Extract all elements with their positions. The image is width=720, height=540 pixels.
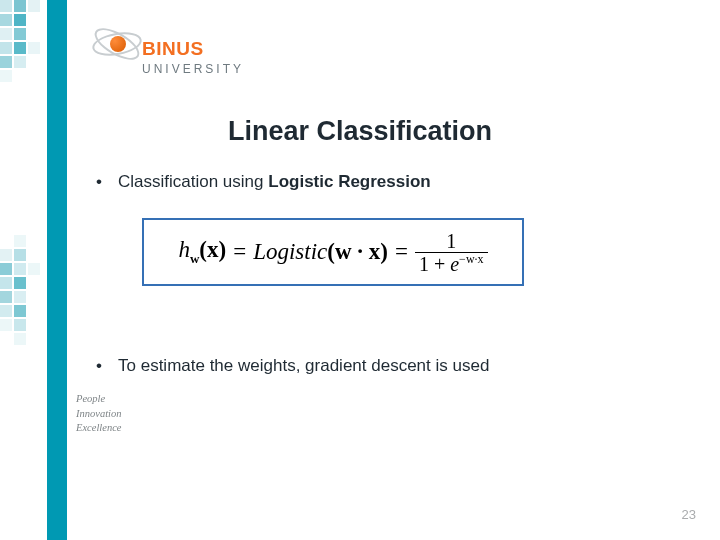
- decoration-top: [0, 0, 70, 100]
- deco-square: [0, 263, 12, 275]
- formula-h-sub: w: [190, 251, 199, 266]
- formula-eq2: =: [395, 239, 408, 265]
- deco-square: [0, 291, 12, 303]
- brand-name: BINUS: [142, 38, 204, 60]
- deco-square: [14, 28, 26, 40]
- bullet-item: Classification using Logistic Regression: [88, 172, 658, 192]
- bullet-item: To estimate the weights, gradient descen…: [88, 356, 658, 376]
- formula-box: hw(x) = Logistic(w · x) = 1 1 + e−w·x: [142, 218, 524, 286]
- bullet-text: Classification using: [118, 172, 268, 191]
- deco-square: [0, 70, 12, 82]
- deco-square: [14, 42, 26, 54]
- formula-h: h: [178, 237, 190, 262]
- deco-square: [14, 235, 26, 247]
- formula-fraction: 1 1 + e−w·x: [415, 230, 488, 275]
- deco-square: [14, 249, 26, 261]
- deco-square: [0, 14, 12, 26]
- brand-subtitle: UNIVERSITY: [142, 62, 244, 76]
- page-title: Linear Classification: [228, 116, 492, 147]
- deco-square: [0, 42, 12, 54]
- logistic-formula: hw(x) = Logistic(w · x) = 1 1 + e−w·x: [178, 230, 487, 275]
- formula-h-arg: (x): [199, 237, 226, 262]
- formula-func: Logistic: [253, 239, 327, 264]
- deco-square: [14, 277, 26, 289]
- formula-eq1: =: [233, 239, 246, 265]
- page-number: 23: [682, 507, 696, 522]
- deco-square: [0, 0, 12, 12]
- bullet-text: To estimate the weights, gradient descen…: [118, 356, 489, 375]
- deco-square: [14, 291, 26, 303]
- tagline-line: People: [76, 392, 122, 407]
- deco-square: [0, 319, 12, 331]
- formula-numerator: 1: [442, 230, 460, 252]
- formula-func-arg: (w · x): [327, 239, 388, 264]
- deco-square: [14, 14, 26, 26]
- deco-square: [14, 56, 26, 68]
- bullet-strong: Logistic Regression: [268, 172, 430, 191]
- deco-square: [14, 263, 26, 275]
- deco-square: [14, 333, 26, 345]
- deco-square: [14, 319, 26, 331]
- deco-square: [0, 56, 12, 68]
- tagline: People Innovation Excellence: [76, 392, 122, 436]
- deco-square: [14, 305, 26, 317]
- deco-square: [28, 263, 40, 275]
- deco-square: [0, 249, 12, 261]
- deco-square: [0, 277, 12, 289]
- deco-square: [28, 0, 40, 12]
- deco-square: [14, 0, 26, 12]
- deco-square: [0, 28, 12, 40]
- atom-icon: [90, 16, 145, 71]
- deco-square: [28, 42, 40, 54]
- brand-logo: BINUS UNIVERSITY: [90, 16, 250, 96]
- deco-square: [0, 305, 12, 317]
- decoration-bottom: [0, 235, 70, 355]
- tagline-line: Excellence: [76, 421, 122, 436]
- tagline-line: Innovation: [76, 407, 122, 422]
- formula-denominator: 1 + e−w·x: [415, 252, 488, 275]
